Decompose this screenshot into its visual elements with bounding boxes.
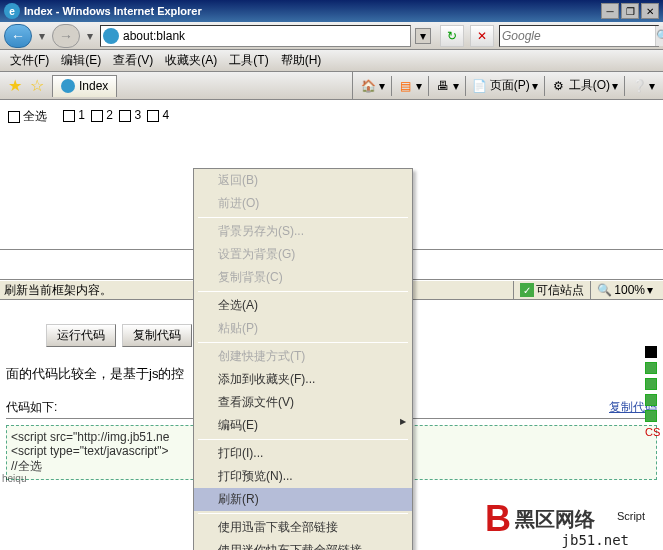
forward-button[interactable]: →	[52, 24, 80, 48]
feeds-button[interactable]: ▤▾	[394, 76, 426, 96]
cm-back[interactable]: 返回(B)	[194, 169, 412, 192]
menu-bar: 文件(F) 编辑(E) 查看(V) 收藏夹(A) 工具(T) 帮助(H)	[0, 50, 663, 72]
rss-icon: ▤	[398, 78, 414, 94]
tab-label: Index	[79, 79, 108, 93]
home-button[interactable]: 🏠▾	[357, 76, 389, 96]
copy-code-button[interactable]: 复制代码	[122, 324, 192, 347]
marker-icon	[645, 362, 657, 374]
cm-print-preview[interactable]: 打印预览(N)...	[194, 465, 412, 488]
checkbox-4[interactable]: 4	[147, 108, 169, 125]
cm-encoding[interactable]: 编码(E)	[194, 414, 412, 437]
cm-print[interactable]: 打印(I)...	[194, 442, 412, 465]
cm-select-all[interactable]: 全选(A)	[194, 294, 412, 317]
cm-copy-bg[interactable]: 复制背景(C)	[194, 266, 412, 289]
close-button[interactable]: ✕	[641, 3, 659, 19]
menu-favorites[interactable]: 收藏夹(A)	[159, 50, 223, 71]
checkbox-2[interactable]: 2	[91, 108, 113, 125]
minimize-button[interactable]: ─	[601, 3, 619, 19]
marker-icon	[645, 394, 657, 406]
address-input[interactable]	[123, 29, 408, 43]
menu-file[interactable]: 文件(F)	[4, 50, 55, 71]
tab-toolbar: ★ ☆ Index 🏠▾ ▤▾ 🖶▾ 📄页面(P) ▾ ⚙工具(O) ▾ ❔▾	[0, 72, 663, 100]
tab-index[interactable]: Index	[52, 75, 117, 97]
cm-kuaiche-download[interactable]: 使用迷你快车下载全部链接	[194, 539, 412, 550]
page-icon	[61, 79, 75, 93]
window-titlebar: e Index - Windows Internet Explorer ─ ❐ …	[0, 0, 663, 22]
checkbox-1[interactable]: 1	[63, 108, 85, 125]
status-text: 刷新当前框架内容。	[4, 282, 112, 299]
print-button[interactable]: 🖶▾	[431, 76, 463, 96]
watermark-url: jb51.net	[562, 532, 629, 548]
watermark-b-icon: B	[485, 498, 511, 540]
cm-add-favorite[interactable]: 添加到收藏夹(F)...	[194, 368, 412, 391]
side-markers: CS	[645, 346, 659, 438]
cm-view-source[interactable]: 查看源文件(V)	[194, 391, 412, 414]
cm-create-shortcut[interactable]: 创建快捷方式(T)	[194, 345, 412, 368]
address-bar[interactable]	[100, 25, 411, 47]
marker-icon	[645, 346, 657, 358]
window-title: Index - Windows Internet Explorer	[24, 5, 601, 17]
help-button[interactable]: ❔▾	[627, 76, 659, 96]
search-button[interactable]: 🔍	[655, 26, 663, 46]
navigation-toolbar: ← ▾ → ▾ ▾ ↻ ✕ 🔍	[0, 22, 663, 50]
back-dropdown[interactable]: ▾	[36, 29, 48, 43]
menu-tools[interactable]: 工具(T)	[223, 50, 274, 71]
cm-save-bg-as[interactable]: 背景另存为(S)...	[194, 220, 412, 243]
watermark-text: 黑区网络	[515, 506, 595, 533]
run-code-button[interactable]: 运行代码	[46, 324, 116, 347]
cm-refresh[interactable]: 刷新(R)	[194, 488, 412, 511]
menu-view[interactable]: 查看(V)	[107, 50, 159, 71]
search-box[interactable]: 🔍	[499, 25, 659, 47]
cm-forward[interactable]: 前进(O)	[194, 192, 412, 215]
home-icon: 🏠	[361, 78, 377, 94]
cm-set-bg[interactable]: 设置为背景(G)	[194, 243, 412, 266]
menu-help[interactable]: 帮助(H)	[275, 50, 328, 71]
code-header-label: 代码如下:	[6, 399, 57, 416]
search-input[interactable]	[500, 29, 655, 43]
page-icon	[103, 28, 119, 44]
check-icon: ✓	[520, 283, 534, 297]
forward-dropdown[interactable]: ▾	[84, 29, 96, 43]
add-favorite-icon[interactable]: ★	[4, 75, 26, 97]
marker-icon	[645, 410, 657, 422]
checkbox-select-all[interactable]: 全选	[8, 108, 47, 125]
print-icon: 🖶	[435, 78, 451, 94]
favorite-star-icon[interactable]: ☆	[26, 75, 48, 97]
stop-icon[interactable]: ✕	[470, 25, 494, 47]
menu-edit[interactable]: 编辑(E)	[55, 50, 107, 71]
watermark-heiqu: heiqu	[2, 473, 26, 484]
trusted-sites[interactable]: ✓可信站点	[513, 281, 590, 299]
gear-icon: ⚙	[551, 78, 567, 94]
page-icon: 📄	[472, 78, 488, 94]
zoom-level[interactable]: 🔍 100% ▾	[590, 281, 659, 299]
help-icon: ❔	[631, 78, 647, 94]
address-dropdown[interactable]: ▾	[415, 28, 431, 44]
marker-icon	[645, 378, 657, 390]
cm-xunlei-download[interactable]: 使用迅雷下载全部链接	[194, 516, 412, 539]
tools-menu[interactable]: ⚙工具(O) ▾	[547, 75, 622, 96]
back-button[interactable]: ←	[4, 24, 32, 48]
context-menu: 返回(B) 前进(O) 背景另存为(S)... 设置为背景(G) 复制背景(C)…	[193, 168, 413, 550]
cs-label: CS	[645, 426, 659, 438]
restore-button[interactable]: ❐	[621, 3, 639, 19]
ie-icon: e	[4, 3, 20, 19]
checkbox-3[interactable]: 3	[119, 108, 141, 125]
cm-paste[interactable]: 粘贴(P)	[194, 317, 412, 340]
page-menu[interactable]: 📄页面(P) ▾	[468, 75, 542, 96]
watermark-script: Script	[617, 510, 645, 522]
refresh-icon[interactable]: ↻	[440, 25, 464, 47]
